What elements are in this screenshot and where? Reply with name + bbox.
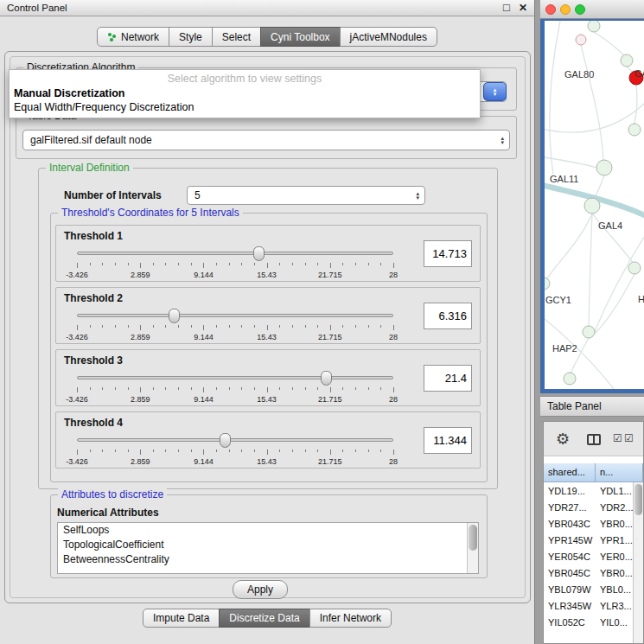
tab-cyni-toolbox[interactable]: Cyni Toolbox	[260, 27, 340, 47]
node[interactable]	[628, 262, 641, 274]
numerical-attributes-label: Numerical Attributes	[57, 507, 159, 519]
column-layout-icon[interactable]	[587, 434, 601, 445]
tick-label: 21.715	[318, 395, 342, 404]
tab-select[interactable]: Select	[212, 27, 261, 47]
node-label: GAL11	[550, 174, 578, 184]
attribute-listbox: SelfLoopsTopologicalCoefficientBetweenne…	[57, 522, 479, 574]
slider-track[interactable]	[77, 252, 393, 255]
dropdown-option[interactable]: Manual Discretization	[10, 86, 480, 100]
table-row[interactable]: YLR345WYLR3...	[544, 597, 643, 614]
close-traffic-light-icon[interactable]	[545, 4, 556, 15]
node-label: HAP2	[552, 343, 577, 354]
tick-label: 21.715	[318, 333, 342, 341]
threshold-panel: Threshold 4 -3.4262.8599.14415.4321.7152…	[55, 411, 481, 469]
table-row[interactable]: YPR145WYPR1...	[544, 532, 643, 548]
threshold-value-field[interactable]	[424, 427, 472, 454]
tab-label: Select	[222, 31, 251, 43]
threshold-value-field[interactable]	[424, 365, 472, 392]
checkbox-icon[interactable]	[613, 432, 622, 444]
tick-label: 15.43	[257, 457, 277, 466]
checkbox-icon[interactable]	[624, 432, 634, 444]
table-row[interactable]: YBR045CYBR0...	[544, 564, 643, 581]
tick-label: 15.43	[257, 395, 277, 404]
control-panel-window: Control Panel NetworkStyleSelectCyni Too…	[0, 0, 535, 644]
table-row[interactable]: YIL052CYIL0...	[544, 614, 643, 630]
tab-discretize-data[interactable]: Discretize Data	[219, 609, 309, 628]
node[interactable]	[576, 35, 586, 45]
num-intervals-combobox[interactable]: 5	[187, 186, 425, 205]
table-row[interactable]: YBL079WYBL0...	[544, 581, 643, 597]
network-window-titlebar[interactable]	[540, 0, 644, 19]
tick-label: -3.426	[66, 395, 88, 404]
list-item[interactable]: SelfLoops	[58, 523, 478, 538]
slider-track[interactable]	[77, 438, 393, 442]
node[interactable]	[588, 21, 600, 32]
node[interactable]	[584, 198, 600, 214]
table-row[interactable]: YBR043CYBR0...	[544, 515, 643, 532]
table-scrollbar[interactable]	[633, 482, 643, 643]
close-window-icon[interactable]	[519, 3, 527, 14]
column-header[interactable]: shared...	[544, 463, 596, 482]
threshold-value-field[interactable]	[424, 240, 472, 267]
tab-style[interactable]: Style	[169, 27, 213, 47]
list-item[interactable]: TopologicalCoefficient	[58, 538, 478, 552]
node[interactable]	[583, 326, 595, 338]
scrollbar-thumb[interactable]	[634, 484, 642, 515]
apply-button[interactable]: Apply	[233, 580, 288, 599]
tab-infer-network[interactable]: Infer Network	[309, 609, 392, 628]
tab-jactivemnodules[interactable]: jActiveMNodules	[340, 27, 437, 47]
tick-label: 2.859	[131, 457, 150, 466]
slider-track[interactable]	[77, 314, 393, 317]
tick-label: 9.144	[194, 333, 214, 341]
tick-label: -3.426	[66, 271, 88, 279]
tab-network[interactable]: Network	[97, 27, 169, 47]
column-header[interactable]: n...	[596, 463, 643, 482]
table-panel-titlebar[interactable]: Table Panel	[540, 396, 644, 417]
zoom-traffic-light-icon[interactable]	[575, 4, 585, 15]
slider-thumb[interactable]	[220, 433, 231, 448]
tab-label: Infer Network	[320, 612, 381, 624]
threshold-slider[interactable]: -3.4262.8599.14415.4321.71528	[77, 433, 393, 468]
network-canvas[interactable]: GAL80 GAL11 GAL4 GCY1 HAP2 GA H	[545, 21, 644, 389]
tick-label: -3.426	[66, 457, 88, 466]
table-row[interactable]: YDL19...YDL1...	[544, 482, 643, 499]
dropdown-option[interactable]: Equal Width/Frequency Discretization	[10, 100, 480, 114]
scrollbar-thumb[interactable]	[469, 525, 477, 551]
node[interactable]	[628, 124, 641, 136]
tick-label: 2.859	[131, 333, 150, 341]
combobox-stepper-icon[interactable]	[501, 136, 504, 144]
tab-label: Network	[121, 31, 159, 43]
threshold-panel: Threshold 2 -3.4262.8599.14415.4321.7152…	[55, 287, 481, 344]
stepper-down-icon	[494, 92, 497, 96]
list-scrollbar[interactable]	[467, 523, 478, 573]
slider-ticks	[77, 263, 393, 269]
node[interactable]	[596, 160, 612, 175]
table-header-row: shared... n...	[544, 463, 643, 482]
slider-track[interactable]	[77, 376, 393, 379]
list-item[interactable]: BetweennessCentrality	[58, 552, 478, 567]
threshold-slider[interactable]: -3.4262.8599.14415.4321.71528	[77, 309, 393, 343]
interval-definition-label: Interval Definition	[46, 162, 133, 174]
tab-impute-data[interactable]: Impute Data	[143, 609, 220, 628]
node[interactable]	[564, 373, 576, 385]
table-panel-title: Table Panel	[547, 400, 602, 412]
algorithm-combobox-stepper[interactable]	[483, 82, 507, 101]
float-window-icon[interactable]	[503, 2, 510, 14]
table-data-combobox[interactable]: galFiltered.sif default node	[22, 130, 510, 150]
table-row[interactable]: YER054CYER0...	[544, 548, 643, 564]
tick-label: 2.859	[131, 271, 150, 279]
settings-gear-icon[interactable]	[556, 430, 570, 449]
node[interactable]	[621, 54, 633, 67]
table-row[interactable]: YDR27...YDR2...	[544, 499, 643, 515]
slider-thumb[interactable]	[169, 309, 180, 323]
threshold-slider[interactable]: -3.4262.8599.14415.4321.71528	[77, 371, 393, 405]
window-titlebar[interactable]: Control Panel	[0, 0, 534, 16]
combobox-stepper-icon[interactable]	[416, 191, 419, 200]
node[interactable]	[545, 277, 550, 290]
threshold-value-field[interactable]	[424, 303, 472, 329]
top-tab-bar: NetworkStyleSelectCyni ToolboxjActiveMNo…	[0, 27, 534, 47]
slider-thumb[interactable]	[253, 246, 265, 261]
minimize-traffic-light-icon[interactable]	[560, 4, 571, 15]
threshold-slider[interactable]: -3.4262.8599.14415.4321.71528	[77, 246, 393, 281]
slider-thumb[interactable]	[321, 371, 332, 386]
